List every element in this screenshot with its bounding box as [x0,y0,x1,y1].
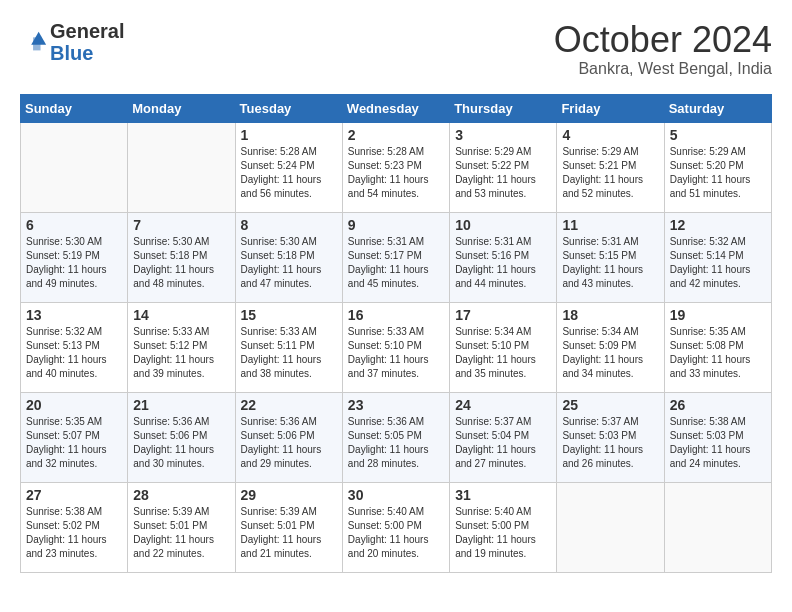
day-4: 4Sunrise: 5:29 AM Sunset: 5:21 PM Daylig… [557,122,664,212]
day-info-10: Sunrise: 5:31 AM Sunset: 5:16 PM Dayligh… [455,235,551,291]
day-21: 21Sunrise: 5:36 AM Sunset: 5:06 PM Dayli… [128,392,235,482]
week-row-2: 6Sunrise: 5:30 AM Sunset: 5:19 PM Daylig… [21,212,772,302]
day-info-17: Sunrise: 5:34 AM Sunset: 5:10 PM Dayligh… [455,325,551,381]
day-info-30: Sunrise: 5:40 AM Sunset: 5:00 PM Dayligh… [348,505,444,561]
day-number-18: 18 [562,307,658,323]
day-number-15: 15 [241,307,337,323]
day-info-14: Sunrise: 5:33 AM Sunset: 5:12 PM Dayligh… [133,325,229,381]
day-info-21: Sunrise: 5:36 AM Sunset: 5:06 PM Dayligh… [133,415,229,471]
day-10: 10Sunrise: 5:31 AM Sunset: 5:16 PM Dayli… [450,212,557,302]
header-tuesday: Tuesday [235,94,342,122]
day-number-29: 29 [241,487,337,503]
day-info-28: Sunrise: 5:39 AM Sunset: 5:01 PM Dayligh… [133,505,229,561]
day-number-24: 24 [455,397,551,413]
header-row: SundayMondayTuesdayWednesdayThursdayFrid… [21,94,772,122]
day-info-6: Sunrise: 5:30 AM Sunset: 5:19 PM Dayligh… [26,235,122,291]
day-29: 29Sunrise: 5:39 AM Sunset: 5:01 PM Dayli… [235,482,342,572]
day-number-3: 3 [455,127,551,143]
calendar-table: SundayMondayTuesdayWednesdayThursdayFrid… [20,94,772,573]
day-number-10: 10 [455,217,551,233]
day-info-15: Sunrise: 5:33 AM Sunset: 5:11 PM Dayligh… [241,325,337,381]
day-info-8: Sunrise: 5:30 AM Sunset: 5:18 PM Dayligh… [241,235,337,291]
day-info-3: Sunrise: 5:29 AM Sunset: 5:22 PM Dayligh… [455,145,551,201]
day-13: 13Sunrise: 5:32 AM Sunset: 5:13 PM Dayli… [21,302,128,392]
day-12: 12Sunrise: 5:32 AM Sunset: 5:14 PM Dayli… [664,212,771,302]
week-row-1: 1Sunrise: 5:28 AM Sunset: 5:24 PM Daylig… [21,122,772,212]
day-info-26: Sunrise: 5:38 AM Sunset: 5:03 PM Dayligh… [670,415,766,471]
week-row-3: 13Sunrise: 5:32 AM Sunset: 5:13 PM Dayli… [21,302,772,392]
day-20: 20Sunrise: 5:35 AM Sunset: 5:07 PM Dayli… [21,392,128,482]
day-info-27: Sunrise: 5:38 AM Sunset: 5:02 PM Dayligh… [26,505,122,561]
day-info-4: Sunrise: 5:29 AM Sunset: 5:21 PM Dayligh… [562,145,658,201]
day-number-21: 21 [133,397,229,413]
day-16: 16Sunrise: 5:33 AM Sunset: 5:10 PM Dayli… [342,302,449,392]
header-saturday: Saturday [664,94,771,122]
header-friday: Friday [557,94,664,122]
day-number-20: 20 [26,397,122,413]
day-info-9: Sunrise: 5:31 AM Sunset: 5:17 PM Dayligh… [348,235,444,291]
day-24: 24Sunrise: 5:37 AM Sunset: 5:04 PM Dayli… [450,392,557,482]
day-5: 5Sunrise: 5:29 AM Sunset: 5:20 PM Daylig… [664,122,771,212]
day-info-13: Sunrise: 5:32 AM Sunset: 5:13 PM Dayligh… [26,325,122,381]
day-info-29: Sunrise: 5:39 AM Sunset: 5:01 PM Dayligh… [241,505,337,561]
day-number-22: 22 [241,397,337,413]
day-6: 6Sunrise: 5:30 AM Sunset: 5:19 PM Daylig… [21,212,128,302]
logo-text-general: General [50,20,124,42]
day-number-16: 16 [348,307,444,323]
header-sunday: Sunday [21,94,128,122]
day-25: 25Sunrise: 5:37 AM Sunset: 5:03 PM Dayli… [557,392,664,482]
svg-marker-1 [33,37,40,50]
day-11: 11Sunrise: 5:31 AM Sunset: 5:15 PM Dayli… [557,212,664,302]
month-title: October 2024 [554,20,772,60]
day-1: 1Sunrise: 5:28 AM Sunset: 5:24 PM Daylig… [235,122,342,212]
day-23: 23Sunrise: 5:36 AM Sunset: 5:05 PM Dayli… [342,392,449,482]
page-header: General Blue October 2024 Bankra, West B… [20,20,772,78]
day-26: 26Sunrise: 5:38 AM Sunset: 5:03 PM Dayli… [664,392,771,482]
day-number-30: 30 [348,487,444,503]
day-number-19: 19 [670,307,766,323]
day-8: 8Sunrise: 5:30 AM Sunset: 5:18 PM Daylig… [235,212,342,302]
day-number-9: 9 [348,217,444,233]
day-15: 15Sunrise: 5:33 AM Sunset: 5:11 PM Dayli… [235,302,342,392]
logo: General Blue [20,20,124,64]
day-number-2: 2 [348,127,444,143]
empty-cell [557,482,664,572]
day-30: 30Sunrise: 5:40 AM Sunset: 5:00 PM Dayli… [342,482,449,572]
day-number-23: 23 [348,397,444,413]
day-number-14: 14 [133,307,229,323]
day-info-25: Sunrise: 5:37 AM Sunset: 5:03 PM Dayligh… [562,415,658,471]
day-14: 14Sunrise: 5:33 AM Sunset: 5:12 PM Dayli… [128,302,235,392]
logo-icon [20,28,48,56]
day-info-1: Sunrise: 5:28 AM Sunset: 5:24 PM Dayligh… [241,145,337,201]
day-number-31: 31 [455,487,551,503]
logo-text-blue: Blue [50,42,124,64]
header-wednesday: Wednesday [342,94,449,122]
day-27: 27Sunrise: 5:38 AM Sunset: 5:02 PM Dayli… [21,482,128,572]
empty-cell [21,122,128,212]
day-info-2: Sunrise: 5:28 AM Sunset: 5:23 PM Dayligh… [348,145,444,201]
day-number-1: 1 [241,127,337,143]
day-number-28: 28 [133,487,229,503]
day-number-7: 7 [133,217,229,233]
day-number-6: 6 [26,217,122,233]
day-3: 3Sunrise: 5:29 AM Sunset: 5:22 PM Daylig… [450,122,557,212]
empty-cell [664,482,771,572]
day-info-24: Sunrise: 5:37 AM Sunset: 5:04 PM Dayligh… [455,415,551,471]
day-info-19: Sunrise: 5:35 AM Sunset: 5:08 PM Dayligh… [670,325,766,381]
day-info-16: Sunrise: 5:33 AM Sunset: 5:10 PM Dayligh… [348,325,444,381]
day-number-11: 11 [562,217,658,233]
day-info-12: Sunrise: 5:32 AM Sunset: 5:14 PM Dayligh… [670,235,766,291]
day-info-11: Sunrise: 5:31 AM Sunset: 5:15 PM Dayligh… [562,235,658,291]
day-19: 19Sunrise: 5:35 AM Sunset: 5:08 PM Dayli… [664,302,771,392]
day-number-13: 13 [26,307,122,323]
day-number-27: 27 [26,487,122,503]
week-row-5: 27Sunrise: 5:38 AM Sunset: 5:02 PM Dayli… [21,482,772,572]
week-row-4: 20Sunrise: 5:35 AM Sunset: 5:07 PM Dayli… [21,392,772,482]
day-17: 17Sunrise: 5:34 AM Sunset: 5:10 PM Dayli… [450,302,557,392]
day-info-31: Sunrise: 5:40 AM Sunset: 5:00 PM Dayligh… [455,505,551,561]
day-info-18: Sunrise: 5:34 AM Sunset: 5:09 PM Dayligh… [562,325,658,381]
title-block: October 2024 Bankra, West Bengal, India [554,20,772,78]
day-31: 31Sunrise: 5:40 AM Sunset: 5:00 PM Dayli… [450,482,557,572]
day-number-25: 25 [562,397,658,413]
day-number-12: 12 [670,217,766,233]
